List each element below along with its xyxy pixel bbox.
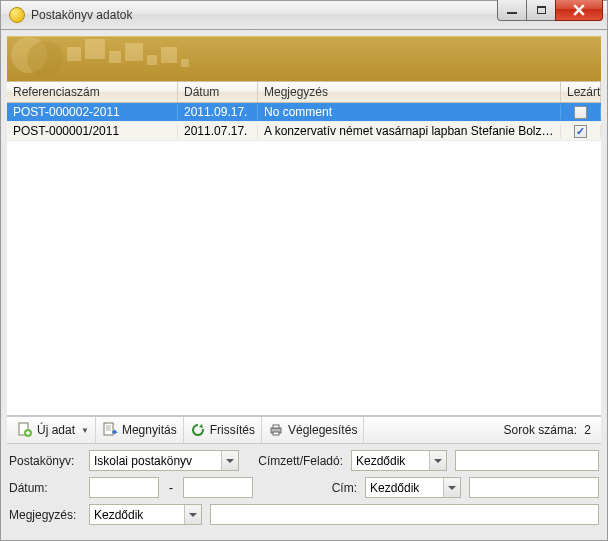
window-title: Postakönyv adatok (31, 8, 132, 22)
recipient-input[interactable] (455, 450, 599, 471)
finalize-label: Véglegesítés (288, 423, 357, 437)
cell-date: 2011.07.17. (178, 124, 258, 138)
refresh-button[interactable]: Frissítés (184, 417, 262, 443)
date-to-input[interactable] (183, 477, 253, 498)
close-button[interactable] (555, 0, 603, 21)
chevron-down-icon (429, 451, 446, 470)
cell-lock (561, 125, 601, 138)
new-icon (17, 422, 33, 438)
recipient-mode-value: Kezdődik (352, 454, 429, 468)
rowcount-label: Sorok száma: (504, 423, 577, 437)
finalize-button[interactable]: Véglegesítés (262, 417, 364, 443)
chevron-down-icon (221, 451, 238, 470)
refresh-label: Frissítés (210, 423, 255, 437)
svg-rect-5 (273, 432, 279, 435)
dropdown-icon: ▼ (81, 426, 89, 435)
open-button[interactable]: Megnyitás (96, 417, 184, 443)
filter-panel: Postakönyv: Iskolai postakönyv Címzett/F… (7, 444, 601, 525)
window-controls (498, 0, 603, 21)
print-icon (268, 422, 284, 438)
window-body: Referenciaszám Dátum Megjegyzés Lezárt P… (0, 30, 608, 541)
col-ref[interactable]: Referenciaszám (7, 82, 178, 102)
minimize-button[interactable] (497, 0, 527, 21)
col-lock[interactable]: Lezárt (561, 82, 601, 102)
cell-ref: POST-000001/2011 (7, 124, 178, 138)
cell-date: 2011.09.17. (178, 105, 258, 119)
address-label: Cím: (261, 481, 357, 495)
chevron-down-icon (443, 478, 460, 497)
new-label: Új adat (37, 423, 75, 437)
note-input[interactable] (210, 504, 599, 525)
table-row[interactable]: POST-000002-2011 2011.09.17. No comment (7, 103, 601, 122)
open-label: Megnyitás (122, 423, 177, 437)
address-mode-value: Kezdődik (366, 481, 443, 495)
note-mode-select[interactable]: Kezdődik (89, 504, 202, 525)
checkbox-icon[interactable] (574, 106, 587, 119)
svg-rect-4 (273, 425, 279, 428)
col-note[interactable]: Megjegyzés (258, 82, 561, 102)
refresh-icon (190, 422, 206, 438)
postbook-select[interactable]: Iskolai postakönyv (89, 450, 239, 471)
date-range-separator: - (167, 481, 175, 495)
window-titlebar: Postakönyv adatok (0, 0, 608, 30)
chevron-down-icon (184, 505, 201, 524)
maximize-button[interactable] (526, 0, 556, 21)
cell-lock (561, 106, 601, 119)
col-date[interactable]: Dátum (178, 82, 258, 102)
address-input[interactable] (469, 477, 599, 498)
date-label: Dátum: (9, 481, 81, 495)
postbook-value: Iskolai postakönyv (90, 454, 221, 468)
open-icon (102, 422, 118, 438)
cell-ref: POST-000002-2011 (7, 105, 178, 119)
rowcount-value: 2 (584, 423, 591, 437)
checkbox-icon[interactable] (574, 125, 587, 138)
table-row[interactable]: POST-000001/2011 2011.07.17. A konzervat… (7, 122, 601, 141)
header-banner (7, 36, 601, 81)
address-mode-select[interactable]: Kezdődik (365, 477, 461, 498)
svg-rect-2 (104, 423, 113, 435)
cell-note: No comment (258, 105, 561, 119)
note-mode-value: Kezdődik (90, 508, 184, 522)
new-button[interactable]: Új adat ▼ (11, 417, 96, 443)
date-from-input[interactable] (89, 477, 159, 498)
table-header: Referenciaszám Dátum Megjegyzés Lezárt (7, 81, 601, 103)
table-body[interactable]: POST-000002-2011 2011.09.17. No comment … (7, 103, 601, 416)
postbook-label: Postakönyv: (9, 454, 81, 468)
recipient-mode-select[interactable]: Kezdődik (351, 450, 447, 471)
rowcount: Sorok száma: 2 (498, 423, 597, 437)
toolbar: Új adat ▼ Megnyitás Frissítés Véglegesít… (7, 416, 601, 444)
cell-note: A konzervatív német vasárnapi lapban Ste… (258, 124, 561, 138)
note-label: Megjegyzés: (9, 508, 81, 522)
recipient-label: Címzett/Feladó: (247, 454, 343, 468)
app-icon (9, 7, 25, 23)
